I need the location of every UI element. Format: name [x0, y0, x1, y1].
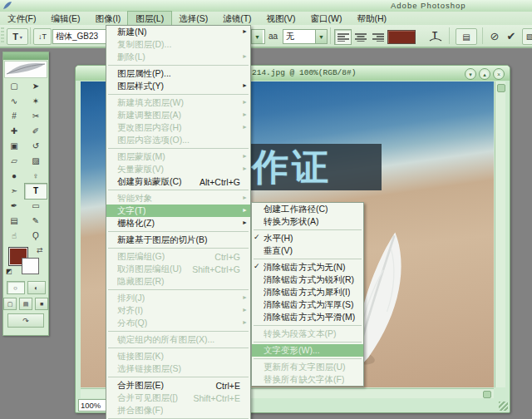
crop-tool[interactable]: # — [3, 109, 25, 124]
type-submenu-item[interactable]: 消除锯齿方式为锐利(R) — [252, 274, 363, 286]
menubar-item[interactable]: 帮助(H) — [350, 12, 395, 25]
menu-item-label: 新建调整图层(A) — [117, 110, 181, 121]
type-submenu-item: 替换所有缺欠字体(F) — [252, 373, 363, 386]
commit-edits-button[interactable]: ✔ — [504, 28, 519, 43]
background-color-swatch[interactable] — [22, 258, 39, 274]
vertical-scrollbar[interactable] — [495, 81, 505, 387]
shape-tool[interactable]: ▭ — [25, 199, 47, 214]
layer-menu-item[interactable]: 文字(T)► — [106, 205, 250, 217]
layer-menu-item[interactable]: 新建(N)► — [106, 26, 250, 38]
blur-tool[interactable]: ● — [3, 169, 25, 184]
dodge-tool-icon: ♀ — [32, 171, 39, 180]
type-submenu-item[interactable]: 消除锯齿方式为犀利(I) — [252, 286, 363, 298]
warp-text-button[interactable]: T — [426, 28, 446, 45]
slice-tool[interactable]: ✂ — [25, 109, 47, 124]
standard-mode-button[interactable]: ○ — [7, 281, 25, 294]
layer-menu-item[interactable]: 图层属性(P)... — [106, 67, 250, 80]
layer-menu-item: 选择链接图层(S) — [106, 362, 250, 375]
toggle-palettes-button[interactable]: ▤ — [456, 28, 477, 45]
font-size-combobox-arrow[interactable]: ▼ — [250, 29, 265, 44]
history-brush-tool[interactable]: ↺ — [25, 139, 47, 154]
notes-tool[interactable]: ▤ — [3, 214, 25, 229]
menubar-item[interactable]: 图像(I) — [87, 12, 128, 25]
minimize-button[interactable]: ▾ — [465, 68, 476, 80]
healing-brush-tool[interactable]: ✚ — [3, 124, 25, 139]
magic-wand-tool[interactable]: ✶ — [25, 94, 47, 109]
menubar-item[interactable]: 视图(V) — [259, 12, 303, 25]
cancel-icon: ⊘ — [490, 30, 500, 42]
menu-item-label: 取消图层编组(U) — [117, 264, 182, 275]
toolbox-title-bar[interactable] — [3, 52, 48, 60]
menubar-item[interactable]: 滤镜(T) — [215, 12, 259, 25]
menubar-item[interactable]: 编辑(E) — [43, 12, 87, 25]
eyedropper-tool[interactable]: ✎ — [25, 214, 47, 229]
brush-tool[interactable]: ✐ — [25, 124, 47, 139]
anti-alias-combobox[interactable]: 无 ▼ — [283, 29, 328, 44]
move-tool[interactable]: ➤ — [25, 79, 47, 94]
pen-tool[interactable]: ✒ — [3, 199, 25, 214]
align-center-button[interactable] — [352, 29, 369, 45]
chevron-down-icon[interactable]: ▼ — [251, 30, 263, 43]
type-tool[interactable]: T — [25, 184, 47, 199]
align-right-button[interactable] — [369, 29, 387, 45]
menubar-item[interactable]: 选择(S) — [171, 12, 215, 25]
layer-menu-item: 链接图层(K) — [106, 350, 250, 362]
layer-menu-item[interactable]: 新建基于图层的切片(B) — [106, 234, 250, 246]
type-submenu-item[interactable]: 消除锯齿方式为浑厚(S) — [252, 298, 363, 311]
text-orientation-toggle[interactable]: ↓T — [33, 28, 52, 45]
tool-preset-button[interactable]: T▾ — [7, 28, 28, 45]
gradient-tool[interactable]: ▨ — [25, 154, 47, 169]
submenu-arrow-icon: ► — [242, 219, 248, 225]
default-colors-icon[interactable]: ◩ — [6, 268, 12, 275]
hand-tool[interactable]: ☝ — [3, 229, 25, 244]
scrollbar-thumb[interactable] — [483, 391, 491, 398]
adobe-feather-logo[interactable] — [4, 61, 47, 78]
layer-menu-item[interactable]: 图层样式(Y)► — [106, 80, 250, 92]
dodge-tool[interactable]: ♀ — [25, 169, 47, 184]
menubar-item[interactable]: 文件(F) — [0, 12, 43, 25]
close-button[interactable]: × — [493, 68, 505, 80]
menu-item-label: 图层蒙版(M) — [117, 151, 165, 163]
eraser-tool[interactable]: ▱ — [3, 154, 25, 169]
type-submenu-item[interactable]: ✓水平(H) — [252, 232, 363, 244]
layer-menu-item: 对齐(I)► — [106, 304, 250, 317]
jump-to-imageready-button[interactable]: ↷ — [7, 313, 44, 328]
eraser-tool-icon: ▱ — [11, 156, 17, 165]
zoom-tool[interactable]: Ϙ — [25, 229, 47, 244]
menubar-item[interactable]: 图层(L) — [128, 12, 171, 25]
resize-grip[interactable] — [499, 402, 508, 411]
docked-palette-button[interactable]: ▧ — [522, 28, 532, 45]
clone-stamp-tool[interactable]: ▣ — [3, 139, 25, 154]
align-left-button[interactable] — [334, 29, 352, 45]
layer-menu-item[interactable]: 栅格化(Z)► — [106, 217, 250, 229]
app-title-bar: Adobe Photoshop — [0, 0, 532, 12]
lasso-tool[interactable]: ∿ — [3, 94, 25, 109]
type-submenu-item[interactable]: ✓消除锯齿方式为无(N) — [252, 261, 363, 274]
chevron-down-icon[interactable]: ▼ — [315, 30, 327, 43]
layer-menu-item: 更改图层内容(H)► — [106, 121, 250, 134]
type-submenu-item[interactable]: 创建工作路径(C) — [252, 203, 363, 215]
fullscreen-menubar-button[interactable]: ▤ — [19, 298, 32, 310]
text-color-swatch[interactable] — [387, 30, 416, 44]
swap-colors-icon[interactable]: ⇄ — [37, 246, 43, 254]
menu-item-label: 创建工作路径(C) — [264, 204, 328, 215]
type-submenu-item[interactable]: 消除锯齿方式为平滑(M) — [252, 311, 363, 323]
scrollbar-thumb[interactable] — [497, 84, 505, 92]
path-selection-tool[interactable]: ➣ — [3, 184, 25, 199]
type-submenu-item[interactable]: 转换为形状(A) — [252, 215, 363, 228]
rectangular-marquee-tool[interactable]: ▢ — [3, 79, 25, 94]
layer-menu-item: 删除(L)► — [106, 51, 250, 63]
menu-item-label: 图层编组(G) — [117, 251, 165, 263]
submenu-arrow-icon: ► — [242, 53, 248, 59]
layer-menu-item[interactable]: 创建剪贴蒙版(C)Alt+Ctrl+G — [106, 175, 250, 188]
cancel-edits-button[interactable]: ⊘ — [487, 28, 502, 43]
type-submenu-item[interactable]: 垂直(V) — [252, 244, 363, 257]
fullscreen-button[interactable]: ■ — [35, 298, 48, 310]
maximize-button[interactable]: ▴ — [479, 68, 490, 80]
layer-menu-item[interactable]: 合并图层(E)Ctrl+E — [106, 379, 250, 392]
standard-screen-button[interactable]: ▢ — [3, 298, 17, 310]
menubar-item[interactable]: 窗口(W) — [303, 12, 350, 25]
options-bar-grip[interactable] — [1, 27, 4, 44]
quick-mask-mode-button[interactable]: ◐ — [27, 281, 46, 294]
menu-item-label: 锁定组内的所有图层(X)... — [117, 334, 214, 346]
